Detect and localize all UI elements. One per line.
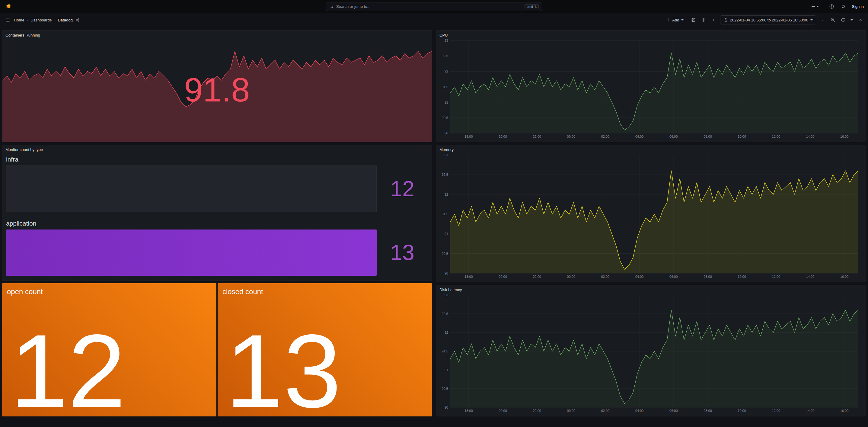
svg-text:08:00: 08:00 [704,409,712,413]
legend-column-min[interactable]: min [802,142,816,143]
news-icon[interactable] [840,3,847,10]
legend-column-current[interactable]: current [844,416,862,417]
stat-value: 13 [225,330,341,411]
top-navigation-bar: Search or jump to... cmd+k Sign in [0,0,868,13]
svg-text:14:00: 14:00 [806,409,814,413]
legend-column-max[interactable]: max [816,416,830,417]
legend-column-max[interactable]: max [816,282,830,283]
grafana-logo[interactable] [4,3,12,10]
zoom-out-icon[interactable] [829,16,837,24]
panel-title[interactable]: CPU [439,30,863,38]
breadcrumb-item-dashboards[interactable]: Dashboards [30,18,52,22]
svg-text:91: 91 [444,368,448,372]
panel-containers-running: Containers Running 91.8 [2,30,432,142]
memory-chart[interactable]: 9392.59291.59190.59018:0020:0022:0000:00… [439,152,863,280]
bar-gauge-bar[interactable] [6,165,377,212]
disk-latency-chart[interactable]: 9392.59291.59190.59018:0020:0022:0000:00… [439,293,863,415]
svg-text:06:00: 06:00 [670,135,678,138]
disk-latency-legend: minmaxavgcurrentsystem.cpu.idle(*)90.492… [439,415,863,417]
svg-text:20:00: 20:00 [499,275,507,278]
chevron-down-icon [816,6,819,7]
bar-gauge-bar[interactable] [6,230,377,276]
bar-gauge-label: application [6,220,428,227]
panel-title[interactable]: Disk Latency [439,285,863,293]
svg-text:04:00: 04:00 [635,409,644,413]
refresh-interval-dropdown[interactable] [849,16,854,24]
panel-title[interactable]: Containers Running [2,30,432,38]
svg-text:92: 92 [444,193,448,196]
svg-text:91.5: 91.5 [442,85,448,89]
legend-column-avg[interactable]: avg [830,416,844,417]
search-input[interactable]: Search or jump to... cmd+k [326,2,542,11]
panel-title[interactable]: Monitor count by type [2,145,432,153]
add-panel-button[interactable]: Add [663,16,687,25]
legend-column-min[interactable]: min [802,416,816,417]
panel-closed-count: closed count 13 [218,283,432,417]
legend-column-avg[interactable]: avg [830,142,844,143]
cpu-chart[interactable]: 9392.59291.59190.59018:0020:0022:0000:00… [439,38,863,141]
help-icon[interactable] [828,3,835,10]
bar-gauge-row: infra12 [6,155,428,212]
time-shift-forward-icon[interactable] [818,16,826,24]
collapse-toolbar-icon[interactable] [857,16,864,24]
svg-text:12:00: 12:00 [772,275,780,278]
bar-gauge-value: 13 [377,230,428,276]
svg-text:18:00: 18:00 [464,275,473,278]
svg-text:18:00: 18:00 [464,409,473,413]
stat-title: open count [2,283,216,296]
svg-text:91: 91 [444,232,448,236]
svg-text:16:00: 16:00 [840,409,849,413]
time-shift-back-icon[interactable] [710,16,718,24]
save-dashboard-icon[interactable] [689,16,697,24]
legend-column-min[interactable]: min [802,282,816,283]
cpu-legend: minmaxavgcurrentsystem.cpu.idle(*)90.492… [439,141,863,142]
bar-gauge-row: application13 [6,219,428,276]
svg-text:04:00: 04:00 [635,135,644,138]
new-item-button[interactable] [811,3,819,10]
dashboard-canvas: Containers Running 91.8 Monitor count by… [0,27,868,427]
bar-gauge: infra12application13 [2,153,432,280]
dashboard-settings-icon[interactable] [700,16,707,24]
svg-text:22:00: 22:00 [533,135,541,138]
timeseries-svg: 9392.59291.59190.59018:0020:0022:0000:00… [439,38,863,139]
breadcrumb-item-home[interactable]: Home [14,18,25,22]
svg-text:02:00: 02:00 [601,135,610,138]
legend-header: minmaxavgcurrent [440,281,862,282]
svg-text:20:00: 20:00 [499,135,507,138]
svg-text:93: 93 [444,153,448,157]
svg-text:12:00: 12:00 [772,135,780,138]
time-range-label: 2022-01-04 16:55:00 to 2022-01-05 16:50:… [730,18,809,22]
share-icon[interactable] [74,16,82,24]
panel-title[interactable]: Memory [439,145,863,152]
svg-text:22:00: 22:00 [533,275,541,278]
legend-column-avg[interactable]: avg [830,282,844,283]
svg-text:90.5: 90.5 [442,116,448,120]
legend-column-current[interactable]: current [844,142,862,143]
panel-open-count: open count 12 [2,283,216,417]
panel-memory: Memory 9392.59291.59190.59018:0020:0022:… [436,145,866,282]
time-range-picker[interactable]: 2022-01-04 16:55:00 to 2022-01-05 16:50:… [720,16,816,25]
svg-text:14:00: 14:00 [806,135,814,138]
dashboard-toolbar: Home›Dashboards›Datadog Add 2022-01-04 1… [0,13,868,27]
svg-text:10:00: 10:00 [738,409,746,413]
svg-text:92.5: 92.5 [442,312,448,315]
sign-in-button[interactable]: Sign in [852,4,864,9]
containers-stat-value: 91.8 [2,70,432,109]
svg-text:93: 93 [444,39,448,42]
chevron-down-icon [810,19,813,21]
breadcrumb-item-datadog[interactable]: Datadog [58,18,72,22]
legend-column-current[interactable]: current [844,282,862,283]
svg-text:08:00: 08:00 [704,135,712,138]
search-placeholder: Search or jump to... [336,4,370,9]
menu-icon[interactable] [4,16,11,24]
panel-disk-latency: Disk Latency 9392.59291.59190.59018:0020… [436,285,866,417]
legend-column-max[interactable]: max [816,142,830,143]
timeseries-svg: 9392.59291.59190.59018:0020:0022:0000:00… [439,152,863,279]
chevron-down-icon [850,19,853,21]
bar-gauge-value: 12 [377,165,428,212]
refresh-icon[interactable] [839,16,847,24]
svg-text:22:00: 22:00 [533,409,541,413]
svg-text:12:00: 12:00 [772,409,780,413]
stat-value: 12 [10,330,126,411]
svg-text:06:00: 06:00 [670,275,678,278]
